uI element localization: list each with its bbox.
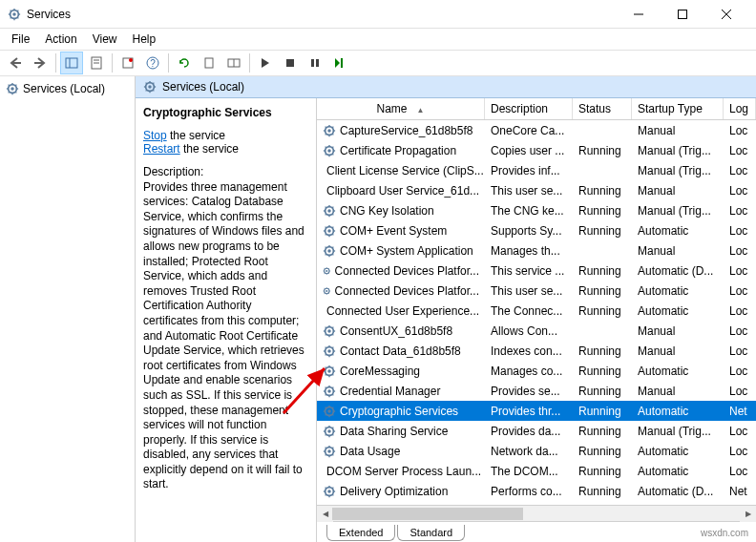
minimize-button[interactable] [617, 0, 661, 29]
start-service-button[interactable] [254, 52, 277, 74]
service-logon: Loc [724, 363, 756, 380]
service-row[interactable]: Clipboard User Service_61d...This user s… [317, 180, 756, 200]
menu-view[interactable]: View [85, 31, 125, 48]
service-row[interactable]: Client License Service (ClipS...Provides… [317, 160, 756, 180]
service-status: Running [573, 142, 632, 159]
tree-item-services-local[interactable]: Services (Local) [4, 80, 131, 97]
service-description: Manages co... [485, 363, 573, 380]
view-tabs: Extended Standard [317, 521, 756, 542]
service-name: Connected Devices Platfor... [335, 284, 479, 298]
selected-service-title: Cryptographic Services [143, 106, 308, 119]
service-row[interactable]: Certificate PropagationCopies user ...Ru… [317, 140, 756, 160]
service-row[interactable]: COM+ System ApplicationManages th...Manu… [317, 240, 756, 261]
description-text: Provides three management services: Cata… [143, 180, 308, 492]
service-startup: Automatic [632, 222, 724, 240]
gear-icon [323, 144, 336, 157]
properties-2-button[interactable] [198, 52, 220, 74]
service-row[interactable]: Credential ManagerProvides se...RunningM… [317, 381, 756, 401]
svg-rect-28 [286, 59, 294, 67]
export-list-button[interactable] [222, 52, 245, 74]
service-startup: Manual (Trig... [632, 162, 724, 179]
scroll-right-icon[interactable]: ▶ [740, 506, 756, 522]
svg-rect-31 [341, 58, 343, 68]
restart-service-button[interactable] [328, 52, 351, 74]
scroll-thumb[interactable] [332, 508, 523, 520]
col-status[interactable]: Status [573, 98, 632, 119]
service-status: Running [573, 262, 632, 280]
col-description[interactable]: Description [485, 98, 573, 119]
service-logon: Loc [724, 262, 756, 280]
close-button[interactable] [704, 0, 748, 29]
service-description: This user se... [485, 182, 573, 199]
service-startup: Manual [632, 242, 724, 260]
service-row[interactable]: Connected Devices Platfor...This service… [317, 261, 756, 281]
show-hide-tree-button[interactable] [60, 52, 83, 74]
svg-rect-16 [66, 58, 77, 68]
service-logon: Loc [724, 383, 756, 400]
service-name: Cryptographic Services [340, 405, 458, 418]
service-row[interactable]: Cryptographic ServicesProvides thr...Run… [317, 401, 756, 421]
help-button[interactable]: ? [141, 52, 164, 74]
service-row[interactable]: CaptureService_61d8b5f8OneCore Ca...Manu… [317, 120, 756, 140]
service-description: This service ... [485, 262, 573, 280]
service-row[interactable]: Contact Data_61d8b5f8Indexes con...Runni… [317, 341, 756, 361]
back-button[interactable] [4, 52, 27, 74]
service-row[interactable]: Connected User Experience...The Connec..… [317, 301, 756, 321]
service-description: OneCore Ca... [485, 122, 573, 139]
service-row[interactable]: Data UsageNetwork da...RunningAutomaticL… [317, 441, 756, 461]
properties-button[interactable] [85, 52, 108, 74]
service-name: CaptureService_61d8b5f8 [340, 124, 472, 137]
col-name[interactable]: Name ▲ [317, 98, 485, 119]
service-status: Running [573, 443, 632, 460]
service-startup: Manual [632, 122, 724, 139]
description-label: Description: [143, 165, 308, 180]
service-description: The DCOM... [485, 463, 573, 480]
service-logon: Loc [724, 323, 756, 340]
menu-action[interactable]: Action [37, 31, 84, 48]
service-logon: Net [724, 483, 756, 500]
service-status: Running [573, 282, 632, 300]
tab-extended[interactable]: Extended [326, 525, 395, 541]
restart-link[interactable]: Restart [143, 142, 180, 156]
pause-service-button[interactable] [304, 52, 326, 74]
service-status [573, 329, 632, 333]
service-logon: Loc [724, 202, 756, 219]
service-status: Running [573, 363, 632, 380]
service-row[interactable]: Delivery OptimizationPerforms co...Runni… [317, 481, 756, 501]
service-description: This user se... [485, 282, 573, 300]
service-status: Running [573, 343, 632, 360]
service-startup: Manual (Trig... [632, 142, 724, 159]
maximize-button[interactable] [661, 0, 704, 29]
service-row[interactable]: COM+ Event SystemSupports Sy...RunningAu… [317, 220, 756, 240]
gear-icon [323, 344, 336, 358]
service-startup: Manual (Trig... [632, 202, 724, 219]
stop-link[interactable]: Stop [143, 129, 167, 142]
scroll-left-icon[interactable]: ◀ [317, 506, 333, 522]
svg-rect-25 [205, 58, 213, 68]
service-row[interactable]: Data Sharing ServiceProvides da...Runnin… [317, 421, 756, 441]
list-header: Name ▲ Description Status Startup Type L… [317, 98, 756, 120]
service-startup: Automatic [632, 403, 724, 420]
service-row[interactable]: CoreMessagingManages co...RunningAutomat… [317, 361, 756, 381]
service-description: Provides se... [485, 383, 573, 400]
service-row[interactable]: DCOM Server Process Laun...The DCOM...Ru… [317, 461, 756, 481]
forward-button[interactable] [29, 52, 52, 74]
service-row[interactable]: CNG Key IsolationThe CNG ke...RunningMan… [317, 200, 756, 220]
service-row[interactable]: Connected Devices Platfor...This user se… [317, 281, 756, 301]
stop-service-button[interactable] [279, 52, 302, 74]
service-description: Manages th... [485, 242, 573, 260]
service-name: CNG Key Isolation [340, 204, 434, 218]
tab-standard[interactable]: Standard [397, 525, 465, 541]
col-logon[interactable]: Log [724, 98, 756, 119]
horizontal-scrollbar[interactable]: ◀ ▶ [317, 505, 756, 521]
menu-file[interactable]: File [4, 31, 37, 48]
service-status: Running [573, 383, 632, 400]
sort-asc-icon: ▲ [417, 106, 425, 115]
export-button[interactable] [116, 52, 139, 74]
service-row[interactable]: ConsentUX_61d8b5f8Allows Con...ManualLoc [317, 321, 756, 341]
service-startup: Automatic (D... [632, 483, 724, 500]
service-status: Running [573, 182, 632, 199]
menu-help[interactable]: Help [125, 31, 164, 48]
refresh-button[interactable] [173, 52, 196, 74]
col-startup[interactable]: Startup Type [632, 98, 724, 119]
